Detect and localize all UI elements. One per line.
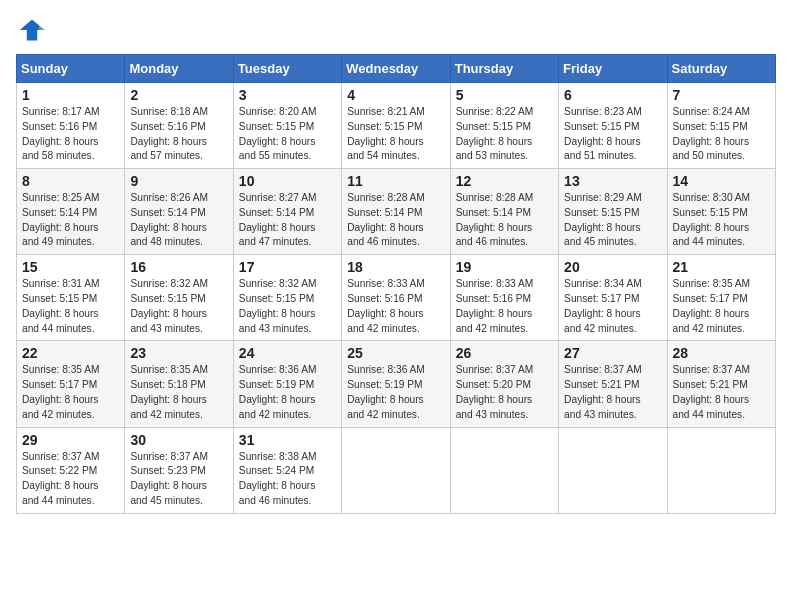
day-number: 8 (22, 173, 119, 189)
day-info: Sunrise: 8:30 AM Sunset: 5:15 PM Dayligh… (673, 191, 770, 250)
day-info: Sunrise: 8:37 AM Sunset: 5:21 PM Dayligh… (673, 363, 770, 422)
calendar-day-cell: 26Sunrise: 8:37 AM Sunset: 5:20 PM Dayli… (450, 341, 558, 427)
day-info: Sunrise: 8:32 AM Sunset: 5:15 PM Dayligh… (239, 277, 336, 336)
calendar-day-cell: 5Sunrise: 8:22 AM Sunset: 5:15 PM Daylig… (450, 83, 558, 169)
calendar-week-row: 1Sunrise: 8:17 AM Sunset: 5:16 PM Daylig… (17, 83, 776, 169)
day-number: 26 (456, 345, 553, 361)
calendar-day-cell: 10Sunrise: 8:27 AM Sunset: 5:14 PM Dayli… (233, 169, 341, 255)
calendar-day-cell: 22Sunrise: 8:35 AM Sunset: 5:17 PM Dayli… (17, 341, 125, 427)
day-number: 15 (22, 259, 119, 275)
calendar-day-cell: 21Sunrise: 8:35 AM Sunset: 5:17 PM Dayli… (667, 255, 775, 341)
calendar-day-cell: 20Sunrise: 8:34 AM Sunset: 5:17 PM Dayli… (559, 255, 667, 341)
calendar-day-cell: 19Sunrise: 8:33 AM Sunset: 5:16 PM Dayli… (450, 255, 558, 341)
day-number: 29 (22, 432, 119, 448)
day-number: 2 (130, 87, 227, 103)
day-info: Sunrise: 8:36 AM Sunset: 5:19 PM Dayligh… (347, 363, 444, 422)
weekday-header: Wednesday (342, 55, 450, 83)
day-number: 25 (347, 345, 444, 361)
day-info: Sunrise: 8:27 AM Sunset: 5:14 PM Dayligh… (239, 191, 336, 250)
logo (16, 16, 52, 44)
day-number: 5 (456, 87, 553, 103)
day-number: 14 (673, 173, 770, 189)
calendar-day-cell: 30Sunrise: 8:37 AM Sunset: 5:23 PM Dayli… (125, 427, 233, 513)
calendar-day-cell: 25Sunrise: 8:36 AM Sunset: 5:19 PM Dayli… (342, 341, 450, 427)
weekday-header: Friday (559, 55, 667, 83)
calendar-day-cell: 16Sunrise: 8:32 AM Sunset: 5:15 PM Dayli… (125, 255, 233, 341)
calendar-week-row: 15Sunrise: 8:31 AM Sunset: 5:15 PM Dayli… (17, 255, 776, 341)
weekday-header: Saturday (667, 55, 775, 83)
day-info: Sunrise: 8:37 AM Sunset: 5:22 PM Dayligh… (22, 450, 119, 509)
weekday-header: Monday (125, 55, 233, 83)
day-number: 3 (239, 87, 336, 103)
day-info: Sunrise: 8:26 AM Sunset: 5:14 PM Dayligh… (130, 191, 227, 250)
empty-cell (342, 427, 450, 513)
day-info: Sunrise: 8:24 AM Sunset: 5:15 PM Dayligh… (673, 105, 770, 164)
weekday-header: Tuesday (233, 55, 341, 83)
day-info: Sunrise: 8:37 AM Sunset: 5:20 PM Dayligh… (456, 363, 553, 422)
day-info: Sunrise: 8:25 AM Sunset: 5:14 PM Dayligh… (22, 191, 119, 250)
logo-icon (16, 16, 48, 44)
day-info: Sunrise: 8:35 AM Sunset: 5:17 PM Dayligh… (22, 363, 119, 422)
day-number: 20 (564, 259, 661, 275)
day-info: Sunrise: 8:36 AM Sunset: 5:19 PM Dayligh… (239, 363, 336, 422)
day-info: Sunrise: 8:29 AM Sunset: 5:15 PM Dayligh… (564, 191, 661, 250)
day-number: 30 (130, 432, 227, 448)
calendar-table: SundayMondayTuesdayWednesdayThursdayFrid… (16, 54, 776, 514)
day-number: 19 (456, 259, 553, 275)
day-number: 9 (130, 173, 227, 189)
calendar-day-cell: 11Sunrise: 8:28 AM Sunset: 5:14 PM Dayli… (342, 169, 450, 255)
day-info: Sunrise: 8:35 AM Sunset: 5:18 PM Dayligh… (130, 363, 227, 422)
day-info: Sunrise: 8:37 AM Sunset: 5:23 PM Dayligh… (130, 450, 227, 509)
calendar-day-cell: 13Sunrise: 8:29 AM Sunset: 5:15 PM Dayli… (559, 169, 667, 255)
calendar-day-cell: 24Sunrise: 8:36 AM Sunset: 5:19 PM Dayli… (233, 341, 341, 427)
weekday-header: Sunday (17, 55, 125, 83)
calendar-day-cell: 18Sunrise: 8:33 AM Sunset: 5:16 PM Dayli… (342, 255, 450, 341)
day-info: Sunrise: 8:38 AM Sunset: 5:24 PM Dayligh… (239, 450, 336, 509)
day-info: Sunrise: 8:18 AM Sunset: 5:16 PM Dayligh… (130, 105, 227, 164)
weekday-header: Thursday (450, 55, 558, 83)
day-info: Sunrise: 8:33 AM Sunset: 5:16 PM Dayligh… (456, 277, 553, 336)
day-number: 7 (673, 87, 770, 103)
calendar-day-cell: 7Sunrise: 8:24 AM Sunset: 5:15 PM Daylig… (667, 83, 775, 169)
calendar-day-cell: 27Sunrise: 8:37 AM Sunset: 5:21 PM Dayli… (559, 341, 667, 427)
calendar-day-cell: 2Sunrise: 8:18 AM Sunset: 5:16 PM Daylig… (125, 83, 233, 169)
day-number: 21 (673, 259, 770, 275)
page-header (16, 16, 776, 44)
calendar-day-cell: 9Sunrise: 8:26 AM Sunset: 5:14 PM Daylig… (125, 169, 233, 255)
calendar-day-cell: 12Sunrise: 8:28 AM Sunset: 5:14 PM Dayli… (450, 169, 558, 255)
day-number: 23 (130, 345, 227, 361)
calendar-week-row: 22Sunrise: 8:35 AM Sunset: 5:17 PM Dayli… (17, 341, 776, 427)
day-info: Sunrise: 8:37 AM Sunset: 5:21 PM Dayligh… (564, 363, 661, 422)
day-number: 31 (239, 432, 336, 448)
empty-cell (667, 427, 775, 513)
day-info: Sunrise: 8:31 AM Sunset: 5:15 PM Dayligh… (22, 277, 119, 336)
day-info: Sunrise: 8:35 AM Sunset: 5:17 PM Dayligh… (673, 277, 770, 336)
day-info: Sunrise: 8:17 AM Sunset: 5:16 PM Dayligh… (22, 105, 119, 164)
calendar-day-cell: 23Sunrise: 8:35 AM Sunset: 5:18 PM Dayli… (125, 341, 233, 427)
calendar-header-row: SundayMondayTuesdayWednesdayThursdayFrid… (17, 55, 776, 83)
day-number: 17 (239, 259, 336, 275)
day-info: Sunrise: 8:33 AM Sunset: 5:16 PM Dayligh… (347, 277, 444, 336)
calendar-day-cell: 6Sunrise: 8:23 AM Sunset: 5:15 PM Daylig… (559, 83, 667, 169)
day-number: 28 (673, 345, 770, 361)
day-number: 13 (564, 173, 661, 189)
calendar-day-cell: 8Sunrise: 8:25 AM Sunset: 5:14 PM Daylig… (17, 169, 125, 255)
calendar-day-cell: 3Sunrise: 8:20 AM Sunset: 5:15 PM Daylig… (233, 83, 341, 169)
calendar-day-cell: 14Sunrise: 8:30 AM Sunset: 5:15 PM Dayli… (667, 169, 775, 255)
day-number: 16 (130, 259, 227, 275)
day-number: 18 (347, 259, 444, 275)
day-info: Sunrise: 8:28 AM Sunset: 5:14 PM Dayligh… (347, 191, 444, 250)
calendar-day-cell: 17Sunrise: 8:32 AM Sunset: 5:15 PM Dayli… (233, 255, 341, 341)
day-info: Sunrise: 8:21 AM Sunset: 5:15 PM Dayligh… (347, 105, 444, 164)
day-info: Sunrise: 8:28 AM Sunset: 5:14 PM Dayligh… (456, 191, 553, 250)
day-info: Sunrise: 8:23 AM Sunset: 5:15 PM Dayligh… (564, 105, 661, 164)
day-number: 24 (239, 345, 336, 361)
calendar-day-cell: 31Sunrise: 8:38 AM Sunset: 5:24 PM Dayli… (233, 427, 341, 513)
calendar-day-cell: 4Sunrise: 8:21 AM Sunset: 5:15 PM Daylig… (342, 83, 450, 169)
calendar-day-cell: 1Sunrise: 8:17 AM Sunset: 5:16 PM Daylig… (17, 83, 125, 169)
calendar-day-cell: 29Sunrise: 8:37 AM Sunset: 5:22 PM Dayli… (17, 427, 125, 513)
day-number: 27 (564, 345, 661, 361)
day-number: 10 (239, 173, 336, 189)
empty-cell (450, 427, 558, 513)
day-number: 22 (22, 345, 119, 361)
